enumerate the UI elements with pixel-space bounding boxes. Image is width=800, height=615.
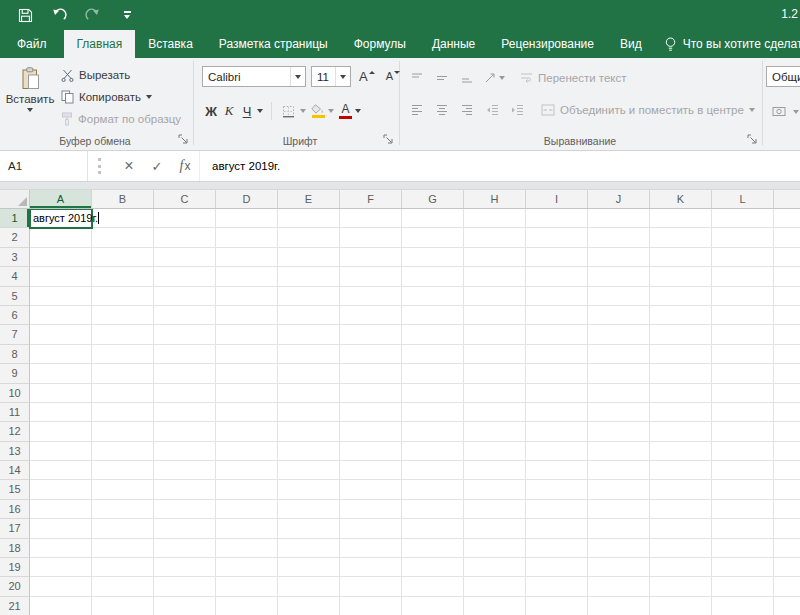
redo-icon[interactable] — [84, 6, 102, 24]
cell-J21[interactable] — [588, 597, 650, 615]
cell-J20[interactable] — [588, 577, 650, 596]
cell-F14[interactable] — [340, 461, 402, 480]
cell-J18[interactable] — [588, 539, 650, 558]
cell-I11[interactable] — [526, 403, 588, 422]
cell-J5[interactable] — [588, 287, 650, 306]
cell-L5[interactable] — [712, 287, 774, 306]
fill-color-dropdown-icon[interactable] — [328, 109, 334, 113]
cell-L4[interactable] — [712, 267, 774, 286]
row-header-21[interactable]: 21 — [0, 597, 30, 615]
cell-F18[interactable] — [340, 539, 402, 558]
tab-formulas[interactable]: Формулы — [341, 30, 419, 58]
cell-F1[interactable] — [340, 209, 402, 228]
cell-C7[interactable] — [154, 325, 216, 344]
cell-C18[interactable] — [154, 539, 216, 558]
row-header-20[interactable]: 20 — [0, 577, 30, 596]
cell-D11[interactable] — [216, 403, 278, 422]
cell-A7[interactable] — [30, 325, 92, 344]
formula-bar-grip[interactable] — [98, 158, 101, 174]
cell-C6[interactable] — [154, 306, 216, 325]
cell-H8[interactable] — [464, 345, 526, 364]
cell-L21[interactable] — [712, 597, 774, 615]
cell-D20[interactable] — [216, 577, 278, 596]
cell-D5[interactable] — [216, 287, 278, 306]
align-center-button[interactable] — [431, 99, 453, 120]
cell-L11[interactable] — [712, 403, 774, 422]
cell-B20[interactable] — [92, 577, 154, 596]
cell-C14[interactable] — [154, 461, 216, 480]
tab-data[interactable]: Данные — [419, 30, 488, 58]
accounting-format-button[interactable] — [768, 101, 790, 122]
cell-A15[interactable] — [30, 480, 92, 499]
cell-G1[interactable] — [402, 209, 464, 228]
cell-A16[interactable] — [30, 500, 92, 519]
cut-button[interactable]: Вырезать — [58, 66, 184, 84]
row-header-4[interactable]: 4 — [0, 267, 30, 286]
fill-color-button[interactable] — [309, 100, 327, 122]
cell-F16[interactable] — [340, 500, 402, 519]
cell-J13[interactable] — [588, 442, 650, 461]
cell-A8[interactable] — [30, 345, 92, 364]
cell-K20[interactable] — [650, 577, 712, 596]
cell-B13[interactable] — [92, 442, 154, 461]
tab-review[interactable]: Рецензирование — [488, 30, 607, 58]
underline-button[interactable]: Ч — [238, 100, 256, 122]
cell-F2[interactable] — [340, 228, 402, 247]
cell-B3[interactable] — [92, 248, 154, 267]
cell-I17[interactable] — [526, 519, 588, 538]
cell-B9[interactable] — [92, 364, 154, 383]
cell-K12[interactable] — [650, 422, 712, 441]
merge-center-dropdown-icon[interactable] — [749, 108, 755, 112]
cell-C1[interactable] — [154, 209, 216, 228]
cell-D18[interactable] — [216, 539, 278, 558]
bold-button[interactable]: Ж — [202, 100, 220, 122]
cell-L1[interactable] — [712, 209, 774, 228]
cell-J19[interactable] — [588, 558, 650, 577]
column-header-C[interactable]: C — [154, 190, 216, 208]
row-header-1[interactable]: 1 — [0, 209, 30, 228]
cell-L8[interactable] — [712, 345, 774, 364]
cell-D16[interactable] — [216, 500, 278, 519]
cell-H15[interactable] — [464, 480, 526, 499]
cell-E10[interactable] — [278, 384, 340, 403]
cell-F17[interactable] — [340, 519, 402, 538]
cell-G7[interactable] — [402, 325, 464, 344]
column-header-L[interactable]: L — [712, 190, 774, 208]
cell-G2[interactable] — [402, 228, 464, 247]
cell-L6[interactable] — [712, 306, 774, 325]
cell-I3[interactable] — [526, 248, 588, 267]
row-header-16[interactable]: 16 — [0, 500, 30, 519]
font-size-dropdown-icon[interactable] — [335, 67, 350, 86]
cell-B21[interactable] — [92, 597, 154, 615]
cell-D8[interactable] — [216, 345, 278, 364]
cell-A13[interactable] — [30, 442, 92, 461]
font-name-dropdown-icon[interactable] — [290, 67, 305, 86]
cell-B1[interactable] — [92, 209, 154, 228]
cell-A5[interactable] — [30, 287, 92, 306]
cell-I13[interactable] — [526, 442, 588, 461]
cell-L14[interactable] — [712, 461, 774, 480]
cell-C13[interactable] — [154, 442, 216, 461]
cell-A19[interactable] — [30, 558, 92, 577]
cell-J17[interactable] — [588, 519, 650, 538]
wrap-text-button[interactable]: Перенести текст — [520, 72, 627, 84]
accounting-dropdown-icon[interactable] — [793, 110, 799, 114]
cell-I5[interactable] — [526, 287, 588, 306]
cell-G13[interactable] — [402, 442, 464, 461]
cell-G14[interactable] — [402, 461, 464, 480]
cell-G16[interactable] — [402, 500, 464, 519]
cell-E19[interactable] — [278, 558, 340, 577]
cell-G19[interactable] — [402, 558, 464, 577]
cell-J3[interactable] — [588, 248, 650, 267]
name-box[interactable]: A1 — [0, 151, 88, 181]
cell-B8[interactable] — [92, 345, 154, 364]
cell-J6[interactable] — [588, 306, 650, 325]
row-header-7[interactable]: 7 — [0, 325, 30, 344]
cell-F5[interactable] — [340, 287, 402, 306]
cell-H16[interactable] — [464, 500, 526, 519]
cell-I2[interactable] — [526, 228, 588, 247]
cell-E3[interactable] — [278, 248, 340, 267]
cell-B17[interactable] — [92, 519, 154, 538]
align-bottom-button[interactable] — [456, 67, 478, 88]
column-header-I[interactable]: I — [526, 190, 588, 208]
